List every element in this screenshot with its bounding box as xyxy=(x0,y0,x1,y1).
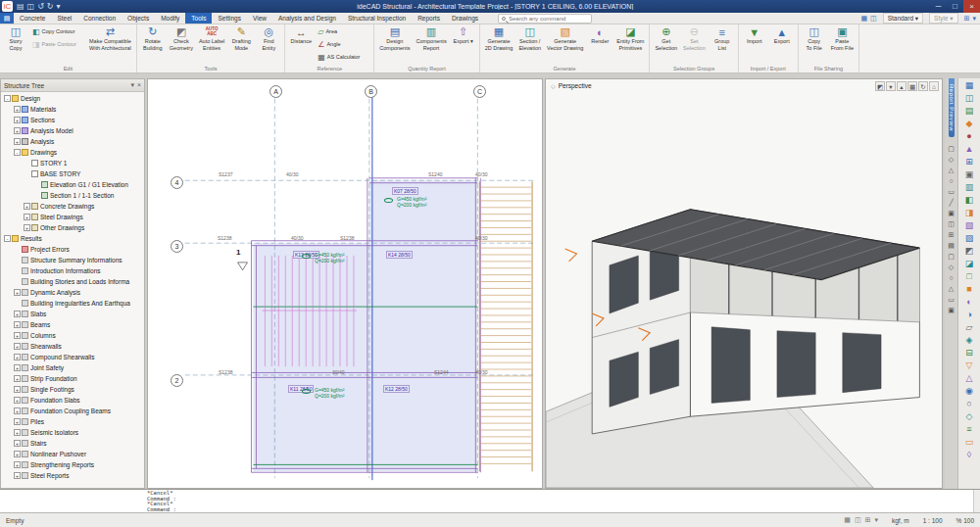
tree-expand-icon[interactable]: - xyxy=(4,95,11,102)
menu-tab[interactable]: Reports xyxy=(412,13,446,24)
side-tool-icon[interactable]: ▣ xyxy=(948,210,955,217)
tree-expand-icon[interactable]: + xyxy=(14,311,21,317)
perspective-view[interactable]: ◇ Perspective ◩▾▴▦↻⌂ xyxy=(545,78,943,489)
view-up-icon[interactable]: ▴ xyxy=(897,81,906,91)
find-entity-button[interactable]: ◎Find Entity xyxy=(256,25,281,65)
tree-expand-icon[interactable] xyxy=(24,170,30,177)
angle-button[interactable]: ∠Angle xyxy=(316,38,370,51)
plan-view[interactable]: ABC432K07 28/50K13 28/50K14 28/50K11 28/… xyxy=(147,78,543,489)
right-tool-icon[interactable]: ▦ xyxy=(965,79,974,92)
paste-contour-button[interactable]: ◨Paste Contour xyxy=(30,38,85,51)
right-tool-icon[interactable]: ▲ xyxy=(965,143,974,156)
command-search[interactable] xyxy=(498,14,592,24)
side-tool-icon[interactable]: ╱ xyxy=(948,199,955,207)
side-tool-icon[interactable]: △ xyxy=(948,285,955,293)
orbit-icon[interactable]: ↻ xyxy=(918,81,928,91)
tree-item[interactable]: STORY 1 xyxy=(1,158,144,168)
area-button[interactable]: ▱Area xyxy=(316,25,370,38)
right-tool-icon[interactable]: ⊞ xyxy=(965,156,973,168)
tree-expand-icon[interactable]: + xyxy=(24,214,30,220)
command-scrollbar[interactable] xyxy=(973,490,980,512)
tree-item[interactable]: + Single Footings xyxy=(1,384,144,395)
tree-item[interactable]: Building Irregularities And Earthqua xyxy=(1,298,144,309)
tree-expand-icon[interactable]: + xyxy=(14,397,21,404)
right-tool-icon[interactable]: ◩ xyxy=(965,245,974,258)
tree-expand-icon[interactable] xyxy=(33,181,40,188)
side-tool-icon[interactable]: ▭ xyxy=(948,188,955,196)
right-tool-icon[interactable]: ▭ xyxy=(965,436,974,449)
tree-expand-icon[interactable]: + xyxy=(14,386,21,393)
tree-item[interactable]: + Other Drawings xyxy=(1,222,144,233)
right-tool-icon[interactable]: △ xyxy=(966,372,973,385)
status-icon[interactable]: ⊞ xyxy=(865,516,871,524)
side-tool-icon[interactable]: ▭ xyxy=(948,296,955,304)
design-components-button[interactable]: ▤Design Components xyxy=(377,25,412,65)
status-zoom[interactable]: % 100 xyxy=(956,517,974,524)
tree-expand-icon[interactable]: + xyxy=(14,472,21,479)
right-tool-icon[interactable]: ◐ xyxy=(966,296,971,309)
status-icon[interactable]: ▦ xyxy=(844,516,851,524)
tree-expand-icon[interactable] xyxy=(14,278,21,285)
tree-expand-icon[interactable] xyxy=(14,300,21,307)
side-tool-icon[interactable]: ⊞ xyxy=(948,231,955,239)
entity-from-primitives-button[interactable]: ◪Entity From Primitives xyxy=(614,25,646,65)
tree-expand-icon[interactable] xyxy=(24,160,30,167)
tree-item[interactable]: + Beams xyxy=(1,319,144,330)
save-icon[interactable]: ▤ xyxy=(17,2,24,11)
view-settings-icon[interactable]: ▦ xyxy=(860,15,867,23)
tree-expand-icon[interactable]: + xyxy=(24,224,30,231)
tree-item[interactable]: + Seismic Isolators xyxy=(1,427,144,438)
tree-item[interactable]: + Steel Drawings xyxy=(1,212,144,222)
tree-item[interactable]: + Columns xyxy=(1,330,144,341)
status-units[interactable]: kgf, m xyxy=(892,517,909,524)
tree-expand-icon[interactable]: + xyxy=(14,440,21,447)
auto-label-entities-button[interactable]: AUTO ABCAuto Label Entities xyxy=(197,25,226,65)
menu-tab[interactable]: Steel xyxy=(51,13,77,24)
standard-dropdown[interactable]: Standard ▾ xyxy=(883,13,923,24)
right-tool-icon[interactable]: ● xyxy=(966,130,971,143)
tree-item[interactable]: + Slabs xyxy=(1,309,144,319)
copy-to-file-button[interactable]: ◫Copy To File xyxy=(802,25,827,65)
tree-expand-icon[interactable]: + xyxy=(14,429,21,436)
right-tool-icon[interactable]: ◧ xyxy=(965,194,974,207)
tree-expand-icon[interactable]: + xyxy=(14,451,21,457)
panel-close-icon[interactable]: × xyxy=(137,81,141,89)
close-button[interactable]: × xyxy=(963,0,980,13)
right-tool-icon[interactable]: ◑ xyxy=(966,309,971,321)
import-button[interactable]: ▼Import xyxy=(742,25,767,65)
side-tool-icon[interactable]: ▢ xyxy=(948,253,955,261)
tree-item[interactable]: + Analysis xyxy=(1,136,144,147)
tree-item[interactable]: + Dynamic Analysis xyxy=(1,287,144,298)
search-input[interactable] xyxy=(509,16,587,22)
side-tool-icon[interactable]: △ xyxy=(948,167,955,174)
menu-tab[interactable]: Drawings xyxy=(446,13,484,24)
drafting-mode-button[interactable]: ✎Drafting Mode xyxy=(228,25,254,65)
tree-item[interactable]: + Steel Reports xyxy=(1,470,144,481)
tree-expand-icon[interactable]: + xyxy=(14,321,21,328)
tree-item[interactable]: Introduction Informations xyxy=(1,265,144,276)
tree-expand-icon[interactable] xyxy=(33,192,40,199)
side-tool-icon[interactable]: ◇ xyxy=(948,264,955,271)
status-icon[interactable]: ◫ xyxy=(855,516,861,524)
tree-expand-icon[interactable]: + xyxy=(14,332,21,339)
tree-item[interactable]: - Design xyxy=(1,93,144,104)
more-icon[interactable]: ▾ xyxy=(972,15,976,23)
right-tool-icon[interactable]: ▣ xyxy=(965,168,974,181)
tree-expand-icon[interactable]: + xyxy=(14,138,21,145)
tree-expand-icon[interactable]: + xyxy=(14,289,21,296)
tree-item[interactable]: + Analysis Model xyxy=(1,125,144,136)
tree-item[interactable]: Elevation G1 / G1 Elevation xyxy=(1,179,144,190)
tree-item[interactable]: + Compound Shearwalls xyxy=(1,352,144,362)
tree-item[interactable]: BASE STORY xyxy=(1,168,144,179)
tree-item[interactable]: Structure Summary Informations xyxy=(1,255,144,265)
make-compatible-button[interactable]: ⇄Make Compatible With Architectural xyxy=(87,25,133,65)
shading-mode-icon[interactable]: ◩ xyxy=(875,81,885,91)
paste-from-file-button[interactable]: ▣Paste From File xyxy=(829,25,856,65)
tree-item[interactable]: + Foundation Coupling Beams xyxy=(1,406,144,416)
tree-expand-icon[interactable]: + xyxy=(14,418,21,425)
view-down-icon[interactable]: ▾ xyxy=(886,81,896,91)
panels-icon[interactable]: ⊞ xyxy=(964,15,970,23)
right-tool-icon[interactable]: ≡ xyxy=(966,423,971,436)
as-calculator-button[interactable]: ▦AS Calculator xyxy=(316,51,370,64)
set-selection-button[interactable]: ⊖Set Selection xyxy=(681,25,708,65)
